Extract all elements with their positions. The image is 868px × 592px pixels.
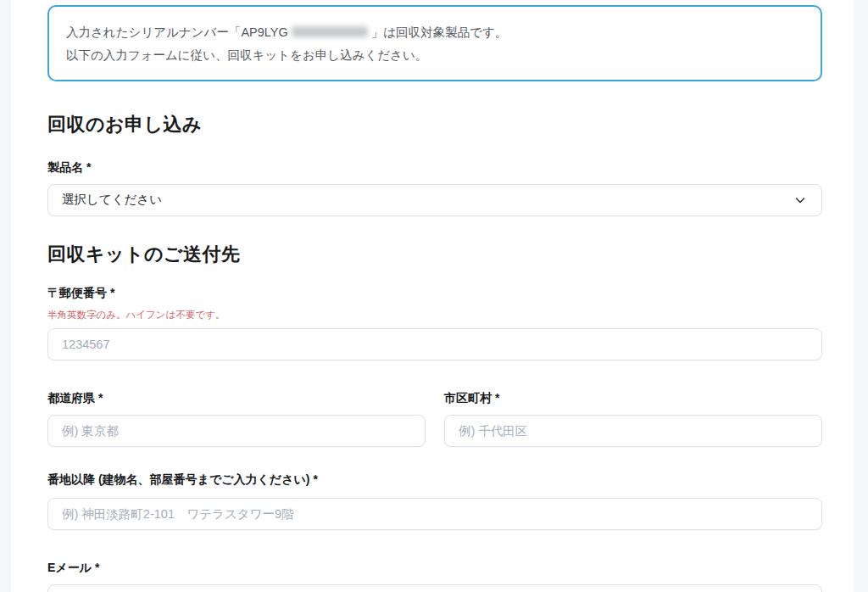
notice-line1-prefix: 入力されたシリアルナンバー「AP9LYG	[66, 25, 288, 39]
notice-line1: 入力されたシリアルナンバー「AP9LYG」は回収対象製品です。	[66, 21, 804, 44]
city-label: 市区町村 *	[444, 391, 822, 406]
prefecture-input[interactable]	[47, 415, 426, 447]
email-label: Eメール *	[47, 561, 822, 576]
postal-code-note: 半角英数字のみ。ハイフンは不要です。	[47, 309, 822, 321]
form-page: 入力されたシリアルナンバー「AP9LYG」は回収対象製品です。 以下の入力フォー…	[11, 0, 854, 592]
postal-code-label: 〒郵便番号 *	[47, 286, 822, 301]
section-title-shipping: 回収キットのご送付先	[47, 242, 822, 267]
chevron-down-icon	[794, 194, 806, 206]
serial-redacted-blur	[292, 26, 368, 37]
product-select[interactable]: 選択してください	[47, 184, 822, 216]
prefecture-field: 都道府県 *	[47, 391, 426, 447]
city-field: 市区町村 *	[444, 391, 822, 447]
product-name-label: 製品名 *	[47, 160, 822, 176]
address-input[interactable]	[47, 498, 822, 530]
prefecture-city-row: 都道府県 * 市区町村 *	[47, 391, 822, 447]
postal-code-input[interactable]	[47, 328, 822, 360]
product-select-value: 選択してください	[62, 192, 162, 208]
prefecture-label: 都道府県 *	[47, 391, 426, 406]
notice-line1-suffix: 」は回収対象製品です。	[371, 25, 508, 39]
address-label: 番地以降 (建物名、部屋番号までご入力ください) *	[47, 472, 822, 488]
city-input[interactable]	[444, 415, 822, 447]
notice-line2: 以下の入力フォームに従い、回収キットをお申し込みください。	[66, 44, 804, 67]
email-input[interactable]	[47, 584, 822, 592]
section-title-apply: 回収のお申し込み	[47, 112, 822, 137]
recall-notice-box: 入力されたシリアルナンバー「AP9LYG」は回収対象製品です。 以下の入力フォー…	[47, 5, 822, 81]
